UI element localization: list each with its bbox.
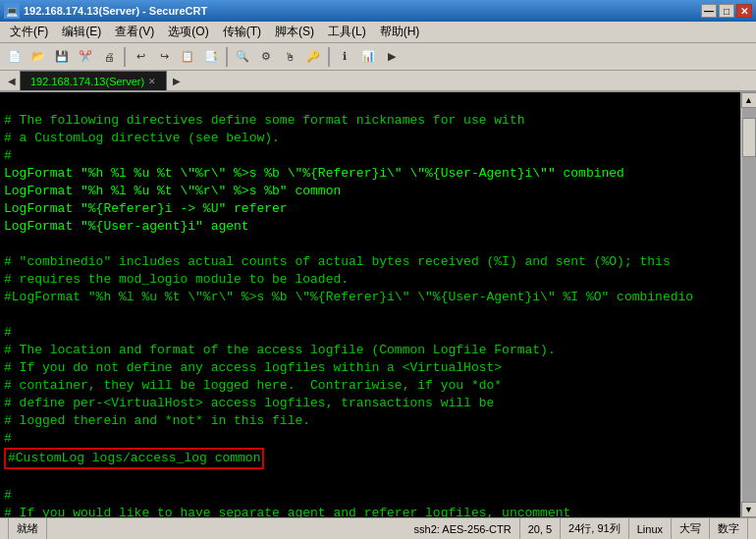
line-15: # If you do not define any access logfil… (4, 360, 502, 375)
toolbar-btn12[interactable]: 🖱 (279, 46, 300, 68)
menu-edit[interactable]: 编辑(E) (56, 22, 107, 42)
toolbar-btn13[interactable]: 🔑 (302, 46, 324, 68)
toolbar-btn3[interactable]: 💾 (51, 46, 73, 68)
title-bar: 💻 192.168.174.13(Server) - SecureCRT — □… (0, 0, 756, 22)
status-num: 数字 (710, 518, 748, 539)
line-19: # (4, 431, 12, 446)
line-3: # (4, 148, 12, 163)
status-pos-text: 20, 5 (528, 523, 552, 535)
status-lineinfo: 24行, 91列 (561, 518, 629, 539)
status-os: Linux (629, 518, 672, 539)
menu-help[interactable]: 帮助(H) (374, 22, 426, 42)
toolbar-btn7[interactable]: ↪ (153, 46, 175, 68)
status-num-text: 数字 (718, 521, 739, 536)
menu-tools[interactable]: 工具(L) (322, 22, 372, 42)
line-23: # If you would like to have separate age… (4, 506, 570, 517)
status-ready: 就绪 (8, 518, 47, 539)
app-icon: 💻 (4, 3, 20, 19)
terminal-content[interactable]: # The following directives define some f… (0, 92, 740, 517)
line-6: LogFormat "%{Referer}i -> %U" referer (4, 201, 288, 216)
line-17: # define per-<VirtualHost> access logfil… (4, 396, 494, 410)
toolbar-open[interactable]: 📂 (27, 46, 49, 68)
toolbar-sep3 (328, 47, 330, 67)
status-caps-text: 大写 (679, 521, 701, 536)
line-20-highlight: #CustomLog logs/access_log common (4, 448, 264, 469)
toolbar-new[interactable]: 📄 (4, 46, 26, 68)
maximize-button[interactable]: □ (719, 4, 734, 18)
status-bar: 就绪 ssh2: AES-256-CTR 20, 5 24行, 91列 Linu… (0, 517, 756, 539)
toolbar-btn15[interactable]: 📊 (357, 46, 379, 68)
scrollbar-thumb[interactable] (742, 118, 756, 157)
toolbar-btn16[interactable]: ▶ (381, 46, 403, 68)
status-ssh-text: ssh2: AES-256-CTR (414, 523, 512, 535)
tab-scroll-left[interactable]: ◀ (4, 71, 20, 90)
close-button[interactable]: ✕ (736, 4, 752, 18)
toolbar-btn8[interactable]: 📋 (177, 46, 198, 68)
terminal-container[interactable]: # The following directives define some f… (0, 92, 756, 517)
line-4: LogFormat "%h %l %u %t \"%r\" %>s %b \"%… (4, 166, 624, 181)
toolbar-btn6[interactable]: ↩ (130, 46, 151, 68)
line-5: LogFormat "%h %l %u %t \"%r\" %>s %b" co… (4, 184, 341, 198)
line-21 (4, 470, 12, 485)
line-7: LogFormat "%{User-agent}i" agent (4, 219, 249, 234)
line-13: # (4, 325, 12, 340)
status-caps: 大写 (672, 518, 710, 539)
title-controls[interactable]: — □ ✕ (701, 4, 752, 18)
menu-transfer[interactable]: 传输(T) (217, 22, 267, 42)
tab-bar: ◀ 192.168.174.13(Server) ✕ ▶ (0, 71, 756, 92)
menu-bar: 文件(F) 编辑(E) 查看(V) 选项(O) 传输(T) 脚本(S) 工具(L… (0, 22, 756, 43)
line-1: # The following directives define some f… (4, 113, 525, 128)
line-8 (4, 237, 12, 251)
title-bar-left: 💻 192.168.174.13(Server) - SecureCRT (4, 3, 207, 19)
tab-server[interactable]: 192.168.174.13(Server) ✕ (20, 71, 167, 90)
scroll-up-button[interactable]: ▲ (741, 92, 757, 108)
line-9: # "combinedio" includes actual counts of… (4, 254, 671, 269)
tab-close-icon[interactable]: ✕ (148, 77, 156, 86)
toolbar-btn5[interactable]: 🖨 (98, 46, 120, 68)
toolbar-sep2 (226, 47, 228, 67)
line-11: #LogFormat "%h %l %u %t \"%r\" %>s %b \"… (4, 290, 693, 304)
status-ready-text: 就绪 (17, 521, 38, 536)
scrollbar-track[interactable] (742, 108, 756, 502)
line-2: # a CustomLog directive (see below). (4, 131, 280, 145)
line-12 (4, 307, 12, 322)
line-16: # container, they will be logged here. C… (4, 378, 502, 393)
vertical-scrollbar[interactable]: ▲ ▼ (740, 92, 756, 517)
toolbar: 📄 📂 💾 ✂️ 🖨 ↩ ↪ 📋 📑 🔍 ⚙ 🖱 🔑 ℹ 📊 ▶ (0, 43, 756, 71)
toolbar-sep1 (124, 47, 126, 67)
minimize-button[interactable]: — (701, 4, 717, 18)
tab-label: 192.168.174.13(Server) (30, 76, 144, 87)
tab-scroll-right[interactable]: ▶ (169, 71, 185, 90)
menu-script[interactable]: 脚本(S) (269, 22, 320, 42)
status-line-text: 24行, 91列 (568, 521, 621, 536)
line-14: # The location and format of the access … (4, 343, 556, 357)
menu-options[interactable]: 选项(O) (162, 22, 214, 42)
toolbar-btn14[interactable]: ℹ (334, 46, 355, 68)
line-22: # (4, 488, 12, 503)
window-title: 192.168.174.13(Server) - SecureCRT (24, 5, 207, 17)
line-10: # requires the mod_logio module to be lo… (4, 272, 349, 287)
line-18: # logged therein and *not* in this file. (4, 413, 310, 428)
menu-file[interactable]: 文件(F) (4, 22, 54, 42)
scroll-down-button[interactable]: ▼ (741, 502, 757, 517)
menu-view[interactable]: 查看(V) (109, 22, 160, 42)
toolbar-btn9[interactable]: 📑 (200, 46, 222, 68)
status-os-text: Linux (637, 523, 663, 535)
status-ssh: ssh2: AES-256-CTR (406, 518, 520, 539)
status-position: 20, 5 (520, 518, 561, 539)
toolbar-btn11[interactable]: ⚙ (255, 46, 277, 68)
toolbar-btn4[interactable]: ✂️ (75, 46, 96, 68)
toolbar-btn10[interactable]: 🔍 (232, 46, 253, 68)
